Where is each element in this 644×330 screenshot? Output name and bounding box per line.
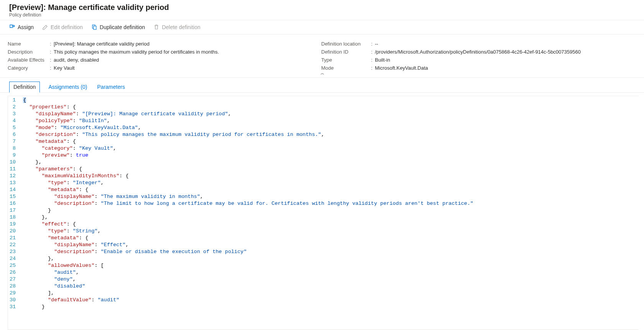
name-label: Name: [8, 41, 50, 47]
description-value: This policy manages the maximum validity…: [54, 49, 219, 55]
page-title: [Preview]: Manage certificate validity p…: [9, 3, 635, 12]
tab-definition[interactable]: Definition: [9, 82, 40, 93]
mode-label: Mode: [321, 65, 371, 71]
category-label: Category: [8, 65, 50, 71]
tab-strip: Definition Assignments (0) Parameters: [0, 78, 644, 93]
command-bar: Assign Edit definition Duplicate definit…: [0, 20, 644, 34]
assign-label: Assign: [18, 24, 34, 30]
trash-icon: [153, 24, 159, 30]
assign-icon: [9, 24, 15, 30]
edit-definition-button: Edit definition: [42, 24, 83, 30]
definition-location-label: Definition location: [321, 41, 371, 47]
definition-location-value: --: [375, 41, 378, 47]
tab-assignments[interactable]: Assignments (0): [47, 82, 89, 92]
copy-icon: [91, 24, 97, 30]
type-label: Type: [321, 57, 371, 63]
pencil-icon: [42, 24, 48, 30]
collapse-essentials-chevron-icon[interactable]: ︽: [320, 70, 324, 76]
line-gutter: 1234567891011121314151617181920212223242…: [8, 96, 21, 330]
name-value: [Preview]: Manage certificate validity p…: [54, 41, 150, 47]
tab-parameters[interactable]: Parameters: [96, 82, 127, 92]
svg-rect-1: [94, 26, 96, 29]
code-content: { "properties": { "displayName": "[Previ…: [21, 96, 473, 330]
effects-value: audit, deny, disabled: [54, 57, 99, 63]
essentials-pane: Name:[Preview]: Manage certificate valid…: [0, 34, 644, 78]
type-value: Built-in: [375, 57, 390, 63]
category-value: Key Vault: [54, 65, 75, 71]
definition-id-label: Definition ID: [321, 49, 371, 55]
assign-button[interactable]: Assign: [9, 24, 34, 30]
duplicate-label: Duplicate definition: [100, 24, 145, 30]
duplicate-definition-button[interactable]: Duplicate definition: [91, 24, 145, 30]
delete-label: Delete definition: [162, 24, 200, 30]
blade-header: [Preview]: Manage certificate validity p…: [0, 0, 644, 20]
edit-label: Edit definition: [51, 24, 83, 30]
mode-value: Microsoft.KeyVault.Data: [375, 65, 428, 71]
description-label: Description: [8, 49, 50, 55]
editor-container: 1234567891011121314151617181920212223242…: [0, 93, 644, 330]
definition-id-value: /providers/Microsoft.Authorization/polic…: [375, 49, 581, 55]
delete-definition-button: Delete definition: [153, 24, 200, 30]
page-subtitle: Policy definition: [9, 12, 635, 18]
json-editor[interactable]: 1234567891011121314151617181920212223242…: [8, 96, 639, 330]
effects-label: Available Effects: [8, 57, 50, 63]
